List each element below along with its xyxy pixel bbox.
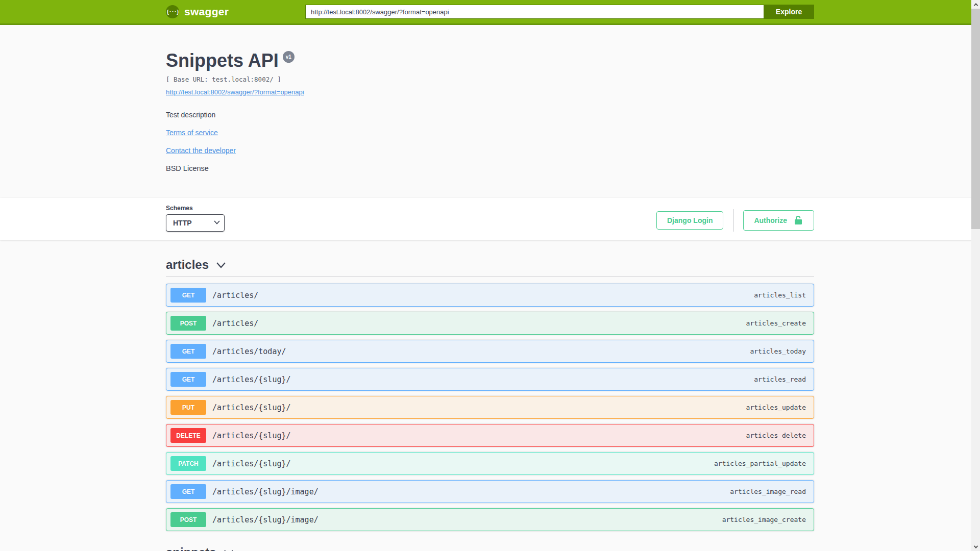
method-badge: GET: [170, 344, 206, 359]
api-title-text: Snippets API: [166, 50, 279, 71]
operation-id: articles_list: [754, 291, 806, 299]
operations-area: articles GET /articles/ articles_list PO…: [166, 240, 814, 551]
section-header[interactable]: snippets: [166, 543, 814, 551]
swagger-logo: {···} swagger: [166, 5, 229, 18]
authorize-label: Authorize: [754, 216, 787, 224]
section-header[interactable]: articles: [166, 255, 814, 277]
operation-row[interactable]: POST /articles/{slug}/image/ articles_im…: [166, 508, 814, 531]
section-title: snippets: [166, 545, 216, 551]
operation-id: articles_delete: [746, 432, 806, 439]
explore-form: Explore: [305, 5, 814, 19]
operation-path: /articles/{slug}/image/: [212, 515, 318, 524]
api-description: Test description: [166, 111, 814, 119]
page-title: Snippets API v1: [166, 50, 814, 71]
operation-path: /articles/: [212, 291, 258, 300]
method-badge: GET: [170, 288, 206, 303]
auth-divider: [733, 209, 733, 232]
operation-row[interactable]: PATCH /articles/{slug}/ articles_partial…: [166, 452, 814, 475]
method-badge: GET: [170, 484, 206, 499]
scroll-up-arrow-icon[interactable]: [971, 0, 980, 9]
info-section: Snippets API v1 [ Base URL: test.local:8…: [0, 25, 980, 198]
base-url: [ Base URL: test.local:8002/ ]: [166, 76, 814, 83]
section-title: articles: [166, 258, 209, 272]
operation-id: articles_image_create: [722, 516, 806, 523]
operation-path: /articles/{slug}/: [212, 375, 291, 384]
operation-id: articles_read: [754, 375, 806, 383]
scrollbar: [971, 0, 980, 551]
auth-wrapper: Django Login Authorize: [656, 209, 814, 232]
operation-row[interactable]: GET /articles/{slug}/ articles_read: [166, 368, 814, 391]
method-badge: PUT: [170, 400, 206, 415]
version-badge: v1: [283, 51, 295, 63]
method-badge: GET: [170, 372, 206, 387]
operation-path: /articles/{slug}/: [212, 431, 291, 440]
operation-id: articles_image_read: [730, 488, 806, 495]
contact-developer-link[interactable]: Contact the developer: [166, 146, 236, 155]
method-badge: PATCH: [170, 456, 206, 471]
schemes-block: Schemes HTTP: [166, 205, 225, 232]
method-badge: POST: [170, 512, 206, 527]
spec-url-input[interactable]: [305, 5, 764, 19]
api-section: articles GET /articles/ articles_list PO…: [166, 255, 814, 531]
operation-id: articles_create: [746, 319, 806, 327]
method-badge: POST: [170, 316, 206, 331]
operation-path: /articles/: [212, 319, 258, 328]
operation-path: /articles/{slug}/: [212, 459, 291, 468]
topbar: {···} swagger Explore: [0, 0, 980, 25]
operation-row[interactable]: POST /articles/ articles_create: [166, 312, 814, 335]
operation-path: /articles/{slug}/image/: [212, 487, 318, 496]
scrollbar-thumb[interactable]: [971, 9, 980, 229]
operation-row[interactable]: DELETE /articles/{slug}/ articles_delete: [166, 424, 814, 447]
method-badge: DELETE: [170, 428, 206, 443]
swagger-logo-text: swagger: [184, 6, 229, 18]
operation-id: articles_partial_update: [714, 460, 806, 467]
spec-link[interactable]: http://test.local:8002/swagger/?format=o…: [166, 88, 304, 96]
authorize-button[interactable]: Authorize: [743, 210, 814, 231]
operation-id: articles_update: [746, 404, 806, 411]
schemes-select[interactable]: HTTP: [166, 214, 225, 232]
django-login-label: Django Login: [667, 216, 713, 224]
terms-of-service-link[interactable]: Terms of service: [166, 129, 218, 137]
operation-path: /articles/today/: [212, 347, 286, 356]
operation-id: articles_today: [750, 347, 806, 355]
operation-path: /articles/{slug}/: [212, 403, 291, 412]
scroll-down-arrow-icon[interactable]: [971, 542, 980, 551]
django-login-button[interactable]: Django Login: [656, 211, 723, 230]
scheme-container: Schemes HTTP Django Login Authorize: [0, 198, 980, 240]
chevron-down-icon: [224, 549, 234, 551]
explore-button[interactable]: Explore: [764, 5, 814, 19]
chevron-down-icon: [216, 262, 226, 268]
unlock-icon: [793, 215, 803, 226]
swagger-logo-icon: {···}: [166, 5, 179, 18]
operation-row[interactable]: GET /articles/today/ articles_today: [166, 340, 814, 363]
api-section: snippets GET /snippets/ snippets_list: [166, 543, 814, 551]
operation-row[interactable]: GET /articles/ articles_list: [166, 284, 814, 307]
operation-row[interactable]: GET /articles/{slug}/image/ articles_ima…: [166, 480, 814, 503]
operation-row[interactable]: PUT /articles/{slug}/ articles_update: [166, 396, 814, 419]
license-text: BSD License: [166, 164, 814, 172]
schemes-label: Schemes: [166, 205, 225, 212]
